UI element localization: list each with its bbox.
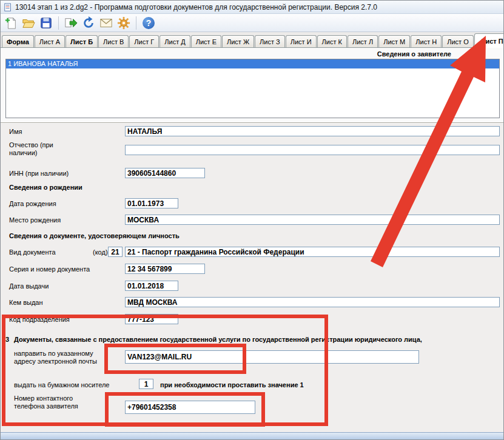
- app-icon: [4, 3, 12, 12]
- save-icon: [39, 16, 53, 30]
- settings-gear-icon: [117, 16, 130, 30]
- birth-place-label: Место рождения: [9, 216, 61, 224]
- doc-type-input[interactable]: [125, 247, 500, 257]
- tab-list-v[interactable]: Лист В: [98, 35, 129, 47]
- application-window: 13014 этап 1 из 2.dg2 - Программа подгот…: [0, 0, 504, 440]
- tab-list-g[interactable]: Лист Г: [129, 35, 159, 47]
- name-input[interactable]: [125, 126, 500, 136]
- title-bar: 13014 этап 1 из 2.dg2 - Программа подгот…: [1, 1, 503, 14]
- issue-date-input[interactable]: [125, 281, 178, 291]
- inn-input[interactable]: [125, 168, 205, 178]
- refresh-icon: [82, 16, 95, 30]
- doc-number-label: Серия и номер документа: [9, 265, 90, 273]
- tab-strip: Форма Лист А Лист Б Лист В Лист Г Лист Д…: [1, 32, 503, 48]
- paper-flag-input[interactable]: [139, 379, 153, 389]
- new-document-button[interactable]: [3, 15, 19, 31]
- window-title: 13014 этап 1 из 2.dg2 - Программа подгот…: [15, 3, 377, 12]
- tab-list-a[interactable]: Лист А: [35, 35, 65, 47]
- tab-list-z[interactable]: Лист З: [255, 35, 285, 47]
- tab-list-k[interactable]: Лист К: [317, 35, 347, 47]
- section3-number: 3: [5, 336, 9, 343]
- patronymic-label: Отчество (при наличии): [9, 141, 73, 157]
- tab-forma[interactable]: Форма: [2, 35, 34, 47]
- panel-header: Сведения о заявителе: [377, 50, 451, 58]
- dept-code-input[interactable]: [125, 314, 178, 324]
- tab-list-zh[interactable]: Лист Ж: [222, 35, 254, 47]
- list-item[interactable]: 1 ИВАНОВА НАТАЛЬЯ: [6, 59, 499, 68]
- email-icon: [99, 16, 113, 30]
- tab-list-l[interactable]: Лист Л: [348, 35, 378, 47]
- toolbar-separator: [136, 16, 136, 30]
- name-label: Имя: [9, 128, 22, 136]
- doc-type-code-input[interactable]: [108, 247, 123, 257]
- new-document-icon: [4, 16, 18, 30]
- refresh-button[interactable]: [81, 15, 96, 31]
- tab-list-b[interactable]: Лист Б: [66, 35, 98, 47]
- export-icon: [64, 16, 78, 30]
- toolbar: ?: [1, 14, 503, 32]
- open-file-button[interactable]: [21, 15, 36, 31]
- applicant-listbox[interactable]: 1 ИВАНОВА НАТАЛЬЯ: [5, 59, 500, 118]
- email-label: направить по указанному адресу электронн…: [14, 350, 114, 365]
- tab-list-o[interactable]: Лист О: [442, 35, 474, 47]
- email-input[interactable]: [125, 350, 419, 364]
- settings-button[interactable]: [116, 15, 132, 31]
- birth-place-input[interactable]: [125, 215, 500, 225]
- email-button[interactable]: [98, 15, 114, 31]
- doc-type-code-label: (код): [93, 248, 108, 256]
- birth-date-label: Дата рождения: [9, 200, 56, 208]
- issued-by-label: Кем выдан: [9, 299, 43, 307]
- birth-date-input[interactable]: [125, 198, 178, 208]
- tab-list-n[interactable]: Лист Н: [411, 35, 442, 47]
- section3-title: Документы, связанные с предоставлением г…: [14, 336, 475, 343]
- document-section-header: Сведения о документе, удостоверяющем лич…: [9, 232, 180, 239]
- help-button[interactable]: ?: [141, 15, 156, 31]
- tab-list-m[interactable]: Лист М: [378, 35, 410, 47]
- tab-list-i[interactable]: Лист И: [286, 35, 317, 47]
- patronymic-input[interactable]: [125, 145, 500, 155]
- help-icon: ?: [143, 17, 155, 29]
- phone-label: Номер контактного телефона заявителя: [14, 395, 105, 410]
- inn-label: ИНН (при наличии): [9, 170, 69, 178]
- toolbar-separator: [58, 16, 59, 30]
- tab-list-d[interactable]: Лист Д: [160, 35, 190, 47]
- open-folder-icon: [22, 16, 35, 30]
- dept-code-label: Код подразделения: [9, 316, 70, 324]
- issue-date-label: Дата выдачи: [9, 282, 49, 290]
- issued-by-input[interactable]: [125, 297, 500, 307]
- birth-section-header: Сведения о рождении: [9, 184, 82, 191]
- tab-list-e[interactable]: Лист Е: [191, 35, 221, 47]
- doc-type-label: Вид документа: [9, 248, 56, 256]
- tab-list-p1[interactable]: Лист П(1): [474, 33, 504, 48]
- phone-input[interactable]: [125, 401, 255, 414]
- save-button[interactable]: [38, 15, 54, 31]
- status-bar: [1, 432, 503, 440]
- export-button[interactable]: [63, 15, 79, 31]
- paper-label: выдать на бумажном носителе: [14, 381, 109, 389]
- doc-number-input[interactable]: [125, 264, 205, 274]
- paper-hint: при необходимости проставить значение 1: [160, 381, 304, 388]
